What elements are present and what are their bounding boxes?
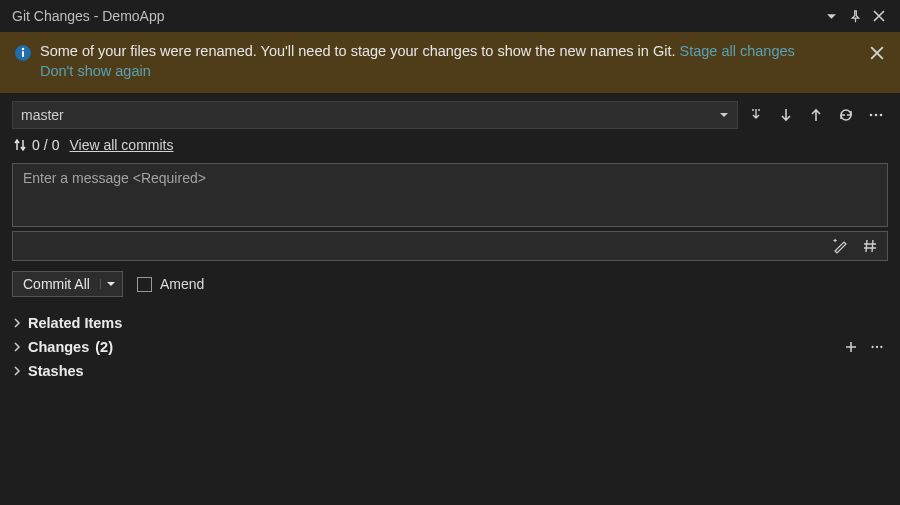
outgoing-count: 0 (32, 137, 40, 153)
commit-actions-row: Commit All Amend (0, 261, 900, 309)
info-icon (14, 44, 32, 62)
commit-all-label: Commit All (13, 272, 100, 296)
stashes-label: Stashes (28, 363, 84, 379)
svg-point-5 (870, 114, 873, 117)
amend-label-text: Amend (160, 276, 204, 292)
notification-text: Some of your files were renamed. You'll … (40, 42, 795, 81)
ai-suggest-icon[interactable] (829, 235, 851, 257)
sync-icon[interactable] (834, 103, 858, 127)
svg-point-9 (876, 346, 878, 348)
changes-actions (840, 336, 888, 358)
incoming-count: 0 (52, 137, 60, 153)
commits-count: 0 / 0 (12, 137, 59, 153)
fetch-icon[interactable] (744, 103, 768, 127)
changes-more-icon[interactable] (866, 336, 888, 358)
svg-point-1 (22, 48, 24, 50)
changes-label: Changes (28, 339, 89, 355)
branch-selector[interactable]: master (12, 101, 738, 129)
window-view-dropdown-icon[interactable] (822, 7, 840, 25)
branch-name: master (21, 107, 64, 123)
amend-checkbox[interactable]: Amend (137, 276, 204, 292)
dont-show-again-link[interactable]: Don't show again (40, 63, 151, 79)
commit-all-button[interactable]: Commit All (12, 271, 123, 297)
commit-dropdown-icon[interactable] (100, 279, 122, 289)
changes-tree: Related Items Changes (2) Stashes (0, 309, 900, 385)
svg-point-10 (880, 346, 882, 348)
svg-rect-2 (22, 51, 24, 57)
svg-point-6 (875, 114, 878, 117)
related-items-node[interactable]: Related Items (12, 311, 888, 335)
close-icon[interactable] (870, 7, 888, 25)
commit-message-toolbar (12, 231, 888, 261)
pull-icon[interactable] (774, 103, 798, 127)
commit-message-input[interactable]: Enter a message <Required> (12, 163, 888, 227)
outgoing-incoming-icon (12, 137, 28, 153)
branch-toolbar: master (0, 93, 900, 133)
svg-point-7 (880, 114, 883, 117)
commit-message-placeholder: Enter a message <Required> (23, 170, 206, 186)
chevron-right-icon (12, 342, 22, 352)
commits-summary: 0 / 0 View all commits (0, 133, 900, 163)
window-title: Git Changes - DemoApp (12, 8, 165, 24)
stage-all-icon[interactable] (840, 336, 862, 358)
svg-point-8 (871, 346, 873, 348)
notification-message: Some of your files were renamed. You'll … (40, 43, 676, 59)
checkbox-box (137, 277, 152, 292)
pin-icon[interactable] (846, 7, 864, 25)
stage-all-link[interactable]: Stage all changes (680, 43, 795, 59)
svg-point-4 (758, 109, 760, 111)
hash-icon[interactable] (859, 235, 881, 257)
stashes-node[interactable]: Stashes (12, 359, 888, 383)
chevron-down-icon (719, 110, 729, 120)
svg-point-3 (752, 109, 754, 111)
rename-notification: Some of your files were renamed. You'll … (0, 32, 900, 93)
chevron-right-icon (12, 318, 22, 328)
more-icon[interactable] (864, 103, 888, 127)
view-all-commits-link[interactable]: View all commits (69, 137, 173, 153)
titlebar-controls (822, 7, 888, 25)
chevron-right-icon (12, 366, 22, 376)
notification-close-icon[interactable] (870, 46, 886, 62)
changes-node[interactable]: Changes (2) (12, 335, 113, 359)
changes-count: (2) (95, 339, 113, 355)
titlebar: Git Changes - DemoApp (0, 0, 900, 32)
push-icon[interactable] (804, 103, 828, 127)
related-items-label: Related Items (28, 315, 122, 331)
